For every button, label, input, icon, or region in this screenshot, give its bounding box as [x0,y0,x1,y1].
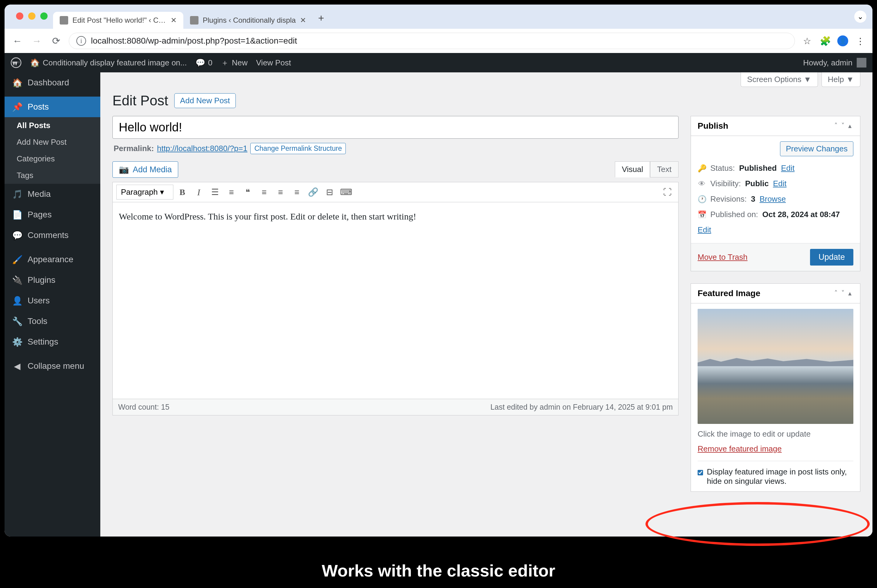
wordpress-logo-icon [11,57,21,68]
submenu-tags[interactable]: Tags [5,167,100,184]
reload-button[interactable]: ⟳ [50,34,63,48]
site-info-icon[interactable]: i [76,36,86,46]
menu-users[interactable]: 👤Users [5,290,100,311]
tab-favicon-icon [60,16,68,24]
caption-text: Works with the classic editor [322,561,555,580]
format-dropdown[interactable]: Paragraph ▾ [116,185,173,200]
align-left-button[interactable]: ≡ [257,185,272,200]
caption-bar: Works with the classic editor [0,553,877,588]
new-tab-button[interactable]: + [313,12,330,29]
menu-dashboard[interactable]: 🏠Dashboard [5,72,100,93]
media-icon: 🎵 [12,189,23,200]
menu-appearance[interactable]: 🖌️Appearance [5,249,100,270]
collapse-menu[interactable]: ◀Collapse menu [5,356,100,376]
edit-status-link[interactable]: Edit [781,164,794,173]
comments-menu[interactable]: 💬 0 [196,58,212,68]
fullscreen-button[interactable]: ⛶ [660,185,675,200]
home-icon: 🏠 [30,58,40,68]
screen-options-button[interactable]: Screen Options ▼ [741,72,818,87]
submenu-add-new-post[interactable]: Add New Post [5,134,100,150]
edit-visibility-link[interactable]: Edit [773,179,787,188]
toolbar-toggle-button[interactable]: ⌨ [339,185,354,200]
box-collapse-icon[interactable]: ▴ [846,122,853,130]
browse-revisions-link[interactable]: Browse [760,194,786,204]
user-avatar-icon[interactable] [857,58,866,68]
editor-tab-text[interactable]: Text [650,161,678,177]
main-content: Screen Options ▼ Help ▼ Edit Post Add Ne… [100,72,872,537]
site-name-menu[interactable]: 🏠 Conditionally display featured image o… [30,58,187,68]
read-more-button[interactable]: ⊟ [322,185,337,200]
admin-sidebar: 🏠Dashboard 📌Posts All Posts Add New Post… [5,72,100,537]
bookmark-star-icon[interactable]: ☆ [801,35,813,47]
menu-comments[interactable]: 💬Comments [5,225,100,246]
blockquote-button[interactable]: ❝ [241,185,255,200]
help-button[interactable]: Help ▼ [821,72,860,87]
menu-plugins[interactable]: 🔌Plugins [5,270,100,290]
forward-button[interactable]: → [30,34,43,48]
update-button[interactable]: Update [810,249,853,266]
box-collapse-icon[interactable]: ▴ [846,290,853,297]
post-title-input[interactable] [113,116,678,139]
extensions-icon[interactable]: 🧩 [819,35,831,47]
submenu-all-posts[interactable]: All Posts [5,117,100,134]
new-content-menu[interactable]: ＋ New [221,57,248,68]
new-label: New [232,58,248,68]
back-button[interactable]: ← [11,34,24,48]
user-icon: 👤 [12,295,23,306]
add-new-post-button[interactable]: Add New Post [174,93,236,108]
menu-posts[interactable]: 📌Posts [5,97,100,117]
wp-logo-menu[interactable] [11,57,21,68]
browser-menu-icon[interactable]: ⋮ [854,35,866,47]
italic-button[interactable]: I [191,185,206,200]
conditional-display-checkbox[interactable] [698,468,703,477]
featured-image-thumbnail[interactable] [698,309,853,424]
dashboard-icon: 🏠 [12,77,23,88]
conditional-display-checkbox-row[interactable]: Display featured image in post lists onl… [698,461,853,486]
site-name: Conditionally display featured image on.… [43,58,187,68]
align-center-button[interactable]: ≡ [273,185,288,200]
box-down-icon[interactable]: ˅ [839,122,846,130]
submenu-categories[interactable]: Categories [5,150,100,167]
tab-close-icon[interactable]: ✕ [171,16,177,24]
menu-media[interactable]: 🎵Media [5,184,100,204]
window-minimize-icon[interactable] [28,12,35,20]
box-up-icon[interactable]: ˄ [832,290,839,297]
browser-tab-active[interactable]: Edit Post "Hello world!" ‹ Con ✕ [53,12,184,29]
permalink-url-link[interactable]: http://localhost:8080/?p=1 [157,144,248,153]
box-up-icon[interactable]: ˄ [832,122,839,130]
window-close-icon[interactable] [16,12,23,20]
menu-tools[interactable]: 🔧Tools [5,311,100,332]
insert-link-button[interactable]: 🔗 [306,185,320,200]
publish-box: Publish ˄ ˅ ▴ Preview Changes 🔑Status: P… [690,116,860,271]
post-content-editor[interactable]: Welcome to WordPress. This is your first… [113,202,678,399]
editor-tab-visual[interactable]: Visual [615,161,650,177]
box-down-icon[interactable]: ˅ [839,290,846,297]
window-zoom-icon[interactable] [40,12,48,20]
menu-pages[interactable]: 📄Pages [5,204,100,225]
tab-title: Plugins ‹ Conditionally displa [203,16,296,24]
featured-box-title: Featured Image [698,288,832,298]
tab-favicon-icon [190,16,199,24]
align-right-button[interactable]: ≡ [290,185,304,200]
remove-featured-image-link[interactable]: Remove featured image [698,444,782,454]
menu-settings[interactable]: ⚙️Settings [5,332,100,352]
editor-status-bar: Word count: 15 Last edited by admin on F… [113,399,678,416]
tab-overflow-icon[interactable]: ⌄ [854,10,866,23]
bullet-list-button[interactable]: ☰ [208,185,223,200]
add-media-button[interactable]: 📷 Add Media [113,161,178,178]
address-bar[interactable]: i localhost:8080/wp-admin/post.php?post=… [69,33,795,49]
howdy-text[interactable]: Howdy, admin [803,58,853,68]
view-post-link[interactable]: View Post [256,58,291,68]
number-list-button[interactable]: ≡ [224,185,239,200]
wp-admin-bar: 🏠 Conditionally display featured image o… [5,53,872,72]
tab-close-icon[interactable]: ✕ [300,16,306,24]
preview-changes-button[interactable]: Preview Changes [780,141,853,156]
bold-button[interactable]: B [175,185,190,200]
profile-avatar-icon[interactable]: 👤 [837,35,848,46]
change-permalink-button[interactable]: Change Permalink Structure [250,143,346,154]
browser-tab[interactable]: Plugins ‹ Conditionally displa ✕ [184,12,313,29]
browser-tab-strip: Edit Post "Hello world!" ‹ Con ✕ Plugins… [5,4,872,29]
page-title: Edit Post [113,92,168,109]
move-to-trash-link[interactable]: Move to Trash [698,252,748,262]
edit-date-link[interactable]: Edit [698,225,711,235]
